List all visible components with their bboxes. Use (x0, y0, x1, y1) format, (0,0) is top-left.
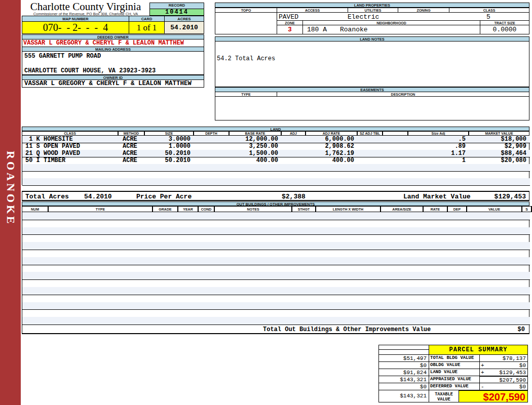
ob-row-empty (22, 272, 530, 280)
access-value: PAVED (279, 13, 298, 21)
ob-col-value: VALUE (467, 206, 522, 212)
ps-label-appraised: APPRAISED VALUE (429, 376, 480, 383)
record-value: 10414 (149, 9, 204, 16)
land-method: ACRE (123, 157, 137, 164)
land-adj-rate: 400.00 (306, 157, 354, 164)
class-value: 5 (486, 13, 490, 21)
land-size-adj: .89 (408, 143, 466, 150)
ob-total-value: $0 (518, 326, 525, 333)
ob-col-notes: NOTES (214, 206, 292, 212)
out-buildings-body (22, 212, 529, 325)
title-block: Charlotte County Virginia Commissioner o… (22, 1, 149, 16)
ps-left-deferred: $0 (378, 383, 429, 390)
ps-label-obldg: OBLDG VALUE (429, 361, 480, 369)
col-market-value: MARKET VALUE (469, 131, 529, 136)
land-row: 1 K HOMESITE ACRE 3.0000 12,000.00 6,000… (22, 136, 530, 143)
col-method: METHOD (118, 131, 144, 136)
land-row: 50 I TIMBER ACRE 50.2010 400.00 400.00 1… (22, 157, 530, 165)
ps-sign: - (481, 384, 484, 390)
ob-row-empty (22, 302, 530, 310)
land-totals-row: Total Acres 54.2010 Price Per Acre $2,38… (22, 191, 529, 201)
land-size: 1.0000 (145, 143, 191, 150)
land-size: 50.2010 (145, 157, 191, 164)
land-market-value: $18,000 (469, 136, 526, 143)
land-size: 3.0000 (145, 136, 191, 143)
land-table-title: LAND (22, 127, 529, 131)
col-size: SIZE (144, 131, 194, 136)
land-notes-box: 54.2 Total Acres (215, 41, 529, 87)
ps-left-taxable: $143,321 (378, 390, 429, 402)
land-adj-rate: 6,000.00 (306, 136, 354, 143)
ps-label-taxable: TAXABLE VALUE (429, 390, 459, 402)
ps-amount: $78,137 (503, 355, 526, 361)
land-market-value: $88,464 (469, 150, 526, 157)
col-adj: ADJ (281, 131, 306, 136)
land-base-rate: 1,500.00 (230, 150, 278, 157)
land-table-header-row: CLASS METHOD SIZE DEPTH BASE RATE ADJ AD… (22, 131, 529, 136)
total-acres-value: 54.2010 (84, 193, 112, 200)
land-properties-title: LAND PROPERTIES (215, 3, 529, 8)
land-row: 21 Q WOOD PAVED ACRE 50.2010 1,500.00 1,… (22, 150, 530, 157)
ps-label-total-bldg: TOTAL BLDG VALUE (429, 354, 480, 362)
land-row-empty (22, 171, 530, 179)
ps-left-appraised: $143,321 (378, 376, 429, 383)
ob-row-empty (22, 242, 530, 250)
out-buildings-title: OUT BUILDINGS / OTHER IMPROVEMENTS (22, 201, 529, 206)
ob-row-empty (22, 287, 530, 295)
land-class: 50 I TIMBER (25, 157, 65, 164)
ps-label-land: LAND VALUE (429, 369, 480, 376)
ps-value-appraised: $207,590 (479, 376, 528, 383)
ob-col-length-width: LENGTH X WIDTH (316, 206, 381, 212)
ps-left-total-bldg: $51,497 (378, 354, 429, 362)
land-base-rate: 400.00 (230, 157, 278, 164)
land-method: ACRE (123, 143, 137, 150)
utilities-value: Electric (348, 13, 379, 21)
col-depth: DEPTH (194, 131, 229, 136)
ps-value-deferred: - $0 (479, 383, 528, 390)
col-class: CLASS (22, 131, 118, 136)
ob-row-empty (22, 265, 530, 273)
ob-col-year: YEAR (178, 206, 198, 212)
map-number-value: 070- - 2- - - 4 (22, 21, 129, 34)
mailing-address-line1: 555 GARNETT PUMP ROAD (24, 53, 101, 60)
land-table-body: 1 K HOMESITE ACRE 3.0000 12,000.00 6,000… (22, 136, 529, 185)
ps-label-deferred: DEFERRED VALUE (429, 383, 480, 390)
ob-col-area-size: AREA/SIZE (381, 206, 423, 212)
land-class: 21 Q WOOD PAVED (25, 150, 80, 157)
land-size: 50.2010 (145, 150, 191, 157)
mailing-address-line2: CHARLOTTE COURT HOUSE, VA 23923-3923 (24, 67, 156, 74)
land-market-value-label: Land Market Value (403, 193, 471, 200)
easements-box (215, 96, 529, 120)
topo-value (215, 12, 277, 34)
ps-left-land: $91,824 (378, 369, 429, 376)
ob-col-grade: GRADE (153, 206, 178, 212)
ob-col-num: NUM (22, 206, 48, 212)
ob-col-dep: DEP (447, 206, 467, 212)
land-row-empty (22, 164, 530, 172)
ob-row-empty (22, 279, 530, 288)
neighborhood-name: Roanoke (340, 26, 368, 33)
land-base-rate: 12,000.00 (230, 136, 278, 143)
ob-col-rate: RATE (423, 206, 447, 212)
acres-value: 54.2010 (164, 21, 204, 34)
card-value: 1 of 1 (129, 21, 165, 34)
ps-value-total-bldg: $78,137 (479, 354, 528, 362)
mailing-address-box: 555 GARNETT PUMP ROAD CHARLOTTE COURT HO… (22, 51, 204, 75)
neighborhood-code: 180 A (307, 26, 327, 33)
ob-row-empty (22, 295, 530, 303)
taxable-value-amount: $207,590 (483, 391, 525, 402)
banner-text: ROANOKE (4, 151, 17, 252)
col-size-adj: Size Adj (408, 131, 469, 136)
land-class: 1 K HOMESITE (25, 136, 73, 143)
col-adj-rate: ADJ RATE (306, 131, 357, 136)
col-sz-adj-tbl: SZ ADJ TBL (357, 131, 383, 136)
total-acres-label: Total Acres (25, 193, 69, 200)
property-record-card: ROANOKE Charlotte County Virginia Commis… (0, 0, 532, 405)
ob-row-empty (22, 257, 530, 265)
land-market-value: $2,909 (469, 143, 526, 150)
neighborhood-value: 180 A Roanoke (302, 25, 480, 34)
ps-amount: $0 (519, 384, 526, 390)
zone-value: 3 (277, 25, 303, 34)
land-size-adj: 1.17 (408, 150, 466, 157)
out-buildings-header-row: NUM TYPE GRADE YEAR COND NOTES STHGT LEN… (22, 206, 529, 212)
